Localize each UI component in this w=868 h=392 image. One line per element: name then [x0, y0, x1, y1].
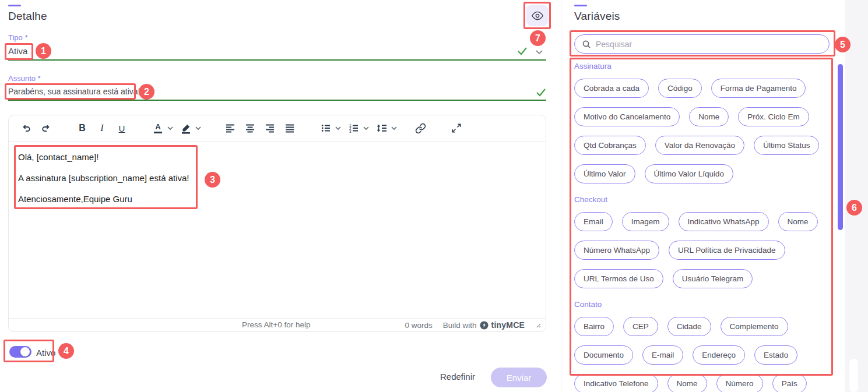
variables-accent-line	[574, 5, 587, 6]
bullet-list-menu-chevron-icon[interactable]	[334, 119, 342, 137]
eye-icon	[532, 10, 543, 22]
section-label-assinatura: Assinatura	[574, 62, 831, 70]
highlighter-icon	[181, 123, 191, 134]
variable-chip[interactable]: Código	[658, 79, 702, 98]
variable-chip[interactable]: Número WhatsApp	[574, 241, 659, 260]
page-scrollbar-thumb[interactable]	[849, 359, 858, 392]
variable-chip[interactable]: Qtd Cobranças	[574, 136, 646, 155]
active-toggle[interactable]	[9, 346, 31, 358]
highlight-color-menu-chevron-icon[interactable]	[194, 119, 202, 137]
preview-button[interactable]	[526, 5, 548, 26]
variable-chip[interactable]: Nome	[778, 212, 818, 231]
line-height-button[interactable]	[374, 119, 390, 137]
fullscreen-button[interactable]	[448, 119, 465, 137]
section-label-contato: Contato	[574, 300, 831, 309]
variable-chip-group-checkout: EmailImagemIndicativo WhatsAppNomeNúmero…	[574, 212, 831, 288]
toggle-knob	[20, 347, 30, 356]
variable-chip[interactable]: E-mail	[642, 345, 683, 365]
variable-chip[interactable]: Nome	[689, 107, 729, 126]
line-height-menu-chevron-icon[interactable]	[390, 119, 398, 137]
variable-chip[interactable]: Forma de Pagamento	[711, 79, 806, 98]
detail-title: Detalhe	[8, 10, 47, 23]
link-button[interactable]	[412, 119, 428, 137]
variable-chip[interactable]: Cidade	[667, 317, 711, 336]
variables-search	[574, 34, 830, 54]
italic-button[interactable]: I	[94, 119, 110, 137]
svg-text:3: 3	[349, 129, 352, 133]
redo-button[interactable]	[38, 119, 54, 137]
bullet-list-button[interactable]	[318, 119, 334, 137]
variable-chip[interactable]: País	[772, 374, 807, 392]
variable-chip[interactable]: Bairro	[574, 317, 614, 336]
editor-statusbar: Press Alt+0 for help 0 words Build with …	[9, 318, 546, 331]
underline-button[interactable]: U	[114, 119, 130, 137]
undo-button[interactable]	[18, 119, 34, 137]
variables-scrollbar-thumb[interactable]	[838, 64, 843, 230]
variable-chip[interactable]: Último Valor	[574, 164, 635, 183]
panel-divider	[561, 0, 561, 392]
align-justify-icon	[284, 123, 295, 133]
highlight-color-button[interactable]	[178, 119, 194, 137]
underline-icon: U	[119, 123, 125, 133]
variable-chip[interactable]: URL Termos de Uso	[574, 269, 663, 288]
variable-chip[interactable]: Indicativo WhatsApp	[679, 212, 769, 231]
variable-chip[interactable]: Último Status	[754, 136, 819, 155]
search-input[interactable]	[596, 40, 822, 49]
variable-chip[interactable]: URL Política de Privacidade	[669, 241, 785, 260]
annotation-badge-2: 2	[139, 84, 154, 100]
variable-chip[interactable]: CEP	[623, 317, 658, 336]
tipo-select-value[interactable]: Ativa	[8, 46, 27, 56]
text-color-button[interactable]: A	[150, 119, 166, 137]
assunto-underline	[8, 100, 546, 101]
variables-title: Variáveis	[574, 10, 620, 23]
variable-chip[interactable]: Nome	[667, 374, 707, 392]
variable-chip[interactable]: Email	[574, 212, 613, 231]
assunto-label: Assunto *	[8, 74, 41, 83]
assunto-input-value[interactable]: Parabéns, sua assinatura está ativa!	[8, 87, 140, 96]
resize-handle-icon[interactable]	[535, 322, 541, 328]
variable-chip[interactable]: Documento	[574, 345, 633, 365]
editor-content[interactable]: Olá, [contact_name]! A assinatura [subsc…	[9, 142, 546, 318]
submit-button[interactable]: Enviar	[491, 368, 547, 387]
variable-chip[interactable]: Indicativo Telefone	[574, 374, 658, 392]
variable-chip[interactable]: Complemento	[721, 317, 788, 336]
numbered-list-menu-chevron-icon[interactable]	[362, 119, 370, 137]
bullet-list-icon	[321, 123, 331, 133]
undo-icon	[21, 123, 31, 133]
numbered-list-button[interactable]: 123	[346, 119, 362, 137]
variable-chip[interactable]: Motivo do Cancelamento	[574, 107, 680, 126]
text-color-menu-chevron-icon[interactable]	[166, 119, 174, 137]
variable-chip[interactable]: Usuário Telegram	[673, 269, 753, 288]
tinymce-branding[interactable]: Build with tinyMCE	[443, 320, 525, 330]
variable-chip[interactable]: Endereço	[693, 345, 745, 365]
variable-chip[interactable]: Estado	[754, 345, 797, 365]
variable-chip[interactable]: Cobrada a cada	[574, 79, 649, 98]
align-justify-button[interactable]	[282, 119, 298, 137]
align-center-button[interactable]	[242, 119, 258, 137]
bold-button[interactable]: B	[74, 119, 90, 137]
bold-icon: B	[79, 123, 86, 133]
valid-check-icon	[535, 86, 547, 98]
align-left-button[interactable]	[222, 119, 238, 137]
valid-check-icon	[516, 45, 528, 56]
annotation-badge-1: 1	[36, 43, 51, 59]
variable-chip-group-assinatura: Cobrada a cadaCódigoForma de PagamentoMo…	[574, 79, 831, 183]
variable-chip[interactable]: Imagem	[622, 212, 669, 231]
variable-chip[interactable]: Valor da Renovação	[655, 136, 744, 155]
word-count[interactable]: 0 words	[405, 321, 433, 330]
reset-button[interactable]: Redefinir	[440, 372, 475, 382]
section-label-checkout: Checkout	[574, 195, 831, 204]
align-right-button[interactable]	[262, 119, 278, 137]
editor-paragraph: Atenciosamente,Equipe Guru	[18, 193, 536, 204]
align-center-icon	[245, 123, 255, 133]
editor-help-text: Press Alt+0 for help	[242, 320, 310, 329]
line-height-icon	[377, 123, 387, 133]
variable-chip[interactable]: Último Valor Líquido	[645, 164, 734, 183]
variable-chip[interactable]: Próx. Ciclo Em	[738, 107, 809, 126]
align-right-icon	[265, 123, 275, 133]
variable-chip[interactable]: Número	[716, 374, 763, 392]
text-color-icon: A	[155, 123, 160, 130]
editor-toolbar: B I U A	[9, 115, 546, 142]
page-background-strip	[845, 0, 868, 392]
chevron-down-icon[interactable]	[534, 48, 544, 57]
